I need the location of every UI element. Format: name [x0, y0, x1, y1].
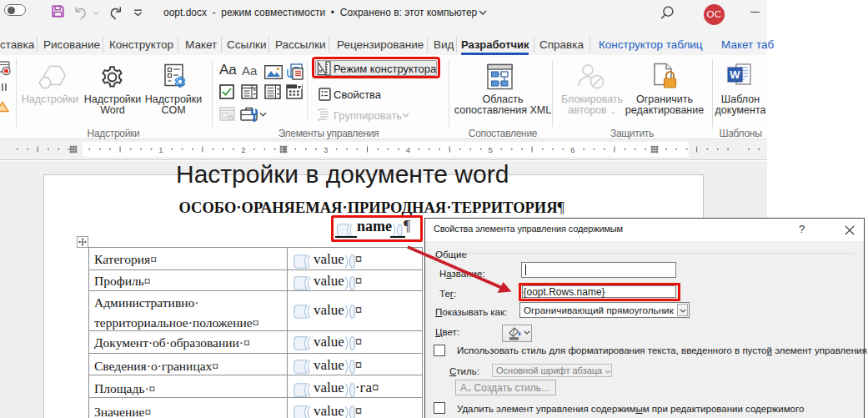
svg-text:4: 4 — [406, 145, 410, 154]
svg-text:W: W — [730, 68, 740, 81]
svg-text:6: 6 — [570, 145, 574, 154]
svg-text:1: 1 — [158, 145, 163, 154]
svg-text:3: 3 — [324, 145, 328, 154]
svg-text:2: 2 — [241, 145, 245, 154]
svg-text:5: 5 — [489, 145, 493, 154]
